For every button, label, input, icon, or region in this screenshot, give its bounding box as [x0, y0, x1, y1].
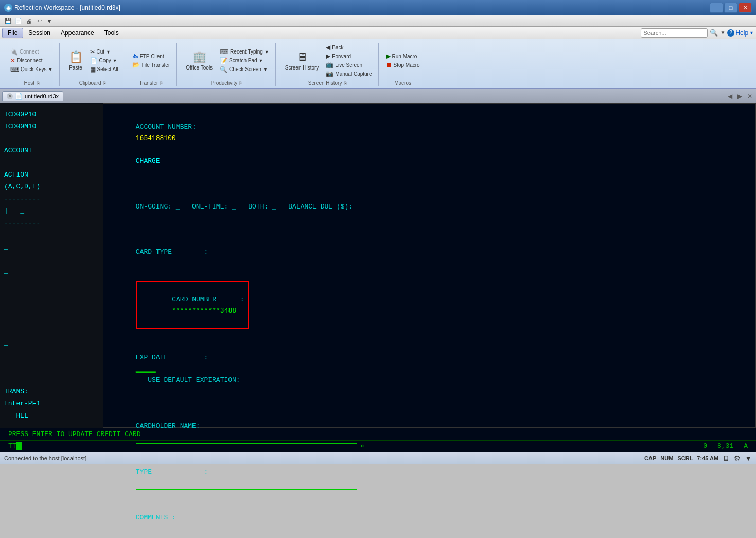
cut-icon: ✂ — [90, 48, 95, 56]
doc-nav-close[interactable]: ✕ — [746, 93, 754, 100]
macros-label: Macros — [384, 79, 422, 86]
cut-button[interactable]: ✂ Cut ▼ — [88, 48, 120, 56]
ongoing-row: ON-GOING: _ ONE-TIME: _ BOTH: _ BALANCE … — [112, 190, 747, 224]
screenhistory-expand-icon[interactable]: ⎘ — [344, 81, 346, 86]
document-tab[interactable]: ✕ 📄 untitled0.rd3x — [2, 91, 63, 101]
copy-button[interactable]: 📄 Copy ▼ — [88, 57, 120, 65]
left-line-3 — [4, 133, 99, 145]
cardnumber-row: CARD NUMBER : ************3488 — [112, 269, 747, 341]
main-content: ICD00P10 ICD00M10 ACCOUNT ACTION (A,C,D,… — [0, 103, 756, 428]
blank-row-1 — [112, 179, 747, 190]
screenhistory-icon: 🖥 — [296, 50, 308, 64]
checkscreen-icon: 🔍 — [220, 66, 227, 73]
settings-icon[interactable]: ⚙ — [734, 454, 741, 462]
host-label: Host ⎘ — [8, 79, 55, 86]
left-u3: _ — [4, 289, 99, 301]
cursor-arrow: » — [360, 442, 364, 450]
status-message: PRESS ENTER TO UPDATE CREDIT CARD — [8, 430, 140, 438]
menu-file[interactable]: File — [2, 28, 23, 38]
search-input[interactable] — [641, 28, 708, 38]
monitor-icon[interactable]: 🖥 — [723, 454, 730, 462]
livescreen-icon: 📺 — [326, 61, 333, 68]
comments-row: COMMENTS : — [112, 501, 747, 538]
type-value — [136, 478, 357, 490]
ftpclient-button[interactable]: 🖧 FTP Client — [130, 52, 172, 60]
comments-value — [136, 524, 357, 535]
ribbon-group-transfer: 🖧 FTP Client 📂 File Transfer Transfer ⎘ — [126, 43, 177, 86]
expdate-value: _____ — [136, 365, 156, 373]
runmacro-button[interactable]: ▶ Run Macro — [384, 52, 422, 60]
terminal-area[interactable]: ACCOUNT NUMBER: 1654188100 CHARGE ON-GOI… — [103, 103, 756, 428]
livescreen-button[interactable]: 📺 Live Screen — [324, 61, 374, 69]
transfer-expand-icon[interactable]: ⎘ — [160, 81, 163, 86]
menu-bar: File Session Appearance Tools 🔍 ▼ ? Help… — [0, 27, 756, 39]
transfer-buttons: 🖧 FTP Client 📂 File Transfer — [130, 43, 172, 78]
left-hel: HEL — [4, 410, 99, 422]
recenttyping-button[interactable]: ⌨ Recent Typing ▼ — [218, 48, 271, 56]
macros-col: ▶ Run Macro ⏹ Stop Macro — [384, 52, 422, 69]
maximize-button[interactable]: □ — [724, 3, 737, 13]
menu-tools[interactable]: Tools — [99, 28, 124, 38]
doc-tab-close-icon[interactable]: ✕ — [7, 93, 13, 99]
cardnumber-value: ************3488 — [172, 307, 236, 315]
doc-nav-next[interactable]: ▶ — [736, 93, 744, 100]
quickkeys-button[interactable]: ⌨ Quick Keys ▼ — [8, 65, 55, 74]
qa-save-icon[interactable]: 💾 — [4, 17, 12, 25]
title-bar-left: ◉ Reflection Workspace - [untitled0.rd3x… — [4, 4, 120, 12]
filetransfer-button[interactable]: 📂 File Transfer — [130, 61, 172, 69]
left-panel: ICD00P10 ICD00M10 ACCOUNT ACTION (A,C,D,… — [0, 103, 103, 428]
account-number-label: ACCOUNT NUMBER: — [136, 123, 204, 131]
close-button[interactable]: ✕ — [739, 3, 752, 13]
doc-nav-prev[interactable]: ◀ — [726, 93, 734, 100]
help-button[interactable]: ? Help ▼ — [727, 29, 754, 37]
transfer-label: Transfer ⎘ — [130, 79, 172, 86]
cardholdername-value — [136, 432, 357, 444]
screenhistory-label: Screen History ⎘ — [281, 79, 374, 86]
qa-dropdown-icon[interactable]: ▼ — [45, 17, 54, 25]
back-button[interactable]: ◀ Back — [324, 43, 374, 51]
cardtype-row: CARD TYPE : — [112, 235, 747, 269]
clipboard-expand-icon[interactable]: ⎘ — [103, 81, 106, 86]
selectall-button[interactable]: ▦ Select All — [88, 65, 120, 74]
qa-print-icon[interactable]: 🖨 — [25, 17, 33, 25]
dropdown-icon[interactable]: ▼ — [745, 454, 752, 462]
search-icon[interactable]: 🔍 — [710, 29, 718, 37]
scratchpad-button[interactable]: 📝 Scratch Pad ▼ — [218, 57, 271, 65]
title-bar: ◉ Reflection Workspace - [untitled0.rd3x… — [0, 0, 756, 15]
host-buttons: 🔌 Connect ✕ Disconnect ⌨ Quick Keys ▼ — [8, 43, 55, 78]
screenhistory-button[interactable]: 🖥 Screen History — [281, 48, 323, 73]
productivity-label: Productivity ⎘ — [182, 79, 271, 86]
productivity-buttons: 🏢 Office Tools ⌨ Recent Typing ▼ 📝 Scrat… — [182, 43, 271, 78]
menu-search-area: 🔍 ▼ ? Help ▼ — [641, 28, 754, 38]
manualcapture-button[interactable]: 📷 Manual Capture — [324, 70, 374, 78]
left-blank-2 — [4, 253, 99, 265]
paste-button[interactable]: 📋 Paste — [65, 48, 87, 73]
stopmacro-button[interactable]: ⏹ Stop Macro — [384, 61, 422, 69]
host-expand-icon[interactable]: ⎘ — [37, 81, 39, 86]
cardnumber-highlight: CARD NUMBER : ************3488 — [136, 281, 249, 329]
recenttyping-icon: ⌨ — [220, 48, 228, 56]
cursor-indicator — [16, 442, 22, 450]
window-controls: ─ □ ✕ — [710, 3, 752, 13]
filetransfer-icon: 📂 — [132, 61, 140, 68]
officetools-button[interactable]: 🏢 Office Tools — [182, 48, 217, 73]
left-blank-3 — [4, 277, 99, 289]
menu-appearance[interactable]: Appearance — [56, 28, 99, 38]
productivity-expand-icon[interactable]: ⎘ — [239, 81, 242, 86]
qa-new-icon[interactable]: 📄 — [14, 17, 23, 25]
connect-button[interactable]: 🔌 Connect — [8, 48, 55, 56]
disconnect-icon: ✕ — [10, 57, 15, 64]
forward-button[interactable]: ▶ Forward — [324, 52, 374, 60]
disconnect-button[interactable]: ✕ Disconnect — [8, 57, 55, 65]
menu-session[interactable]: Session — [23, 28, 56, 38]
caps-indicator: CAP — [644, 455, 656, 461]
checkscreen-button[interactable]: 🔍 Check Screen ▼ — [218, 65, 271, 74]
minimize-button[interactable]: ─ — [710, 3, 723, 13]
cursor-mode: A — [744, 442, 748, 450]
cardnumber-label: CARD NUMBER : — [172, 296, 244, 303]
left-acdi: (A,C,D,I) — [4, 181, 99, 193]
qa-undo-icon[interactable]: ↩ — [35, 17, 43, 25]
help-icon: ? — [727, 29, 734, 37]
account-number-row: ACCOUNT NUMBER: 1654188100 CHARGE — [112, 110, 747, 179]
clipboard-label: Clipboard ⎘ — [65, 79, 120, 86]
